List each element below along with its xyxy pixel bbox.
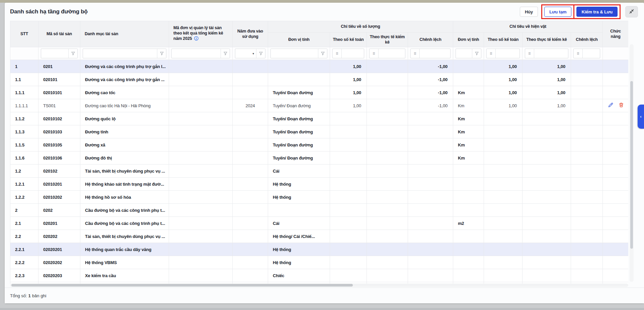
header-group-quantity: Chỉ tiêu về số lượng: [268, 21, 453, 33]
table-row[interactable]: 1.1.102010101Đường cao tốcTuyến/ Đoạn đư…: [10, 86, 629, 99]
table-row[interactable]: 1.1.502010105Đường xãTuyến/ Đoạn đườngKm: [10, 138, 629, 151]
cell-qty_unit: Cái: [268, 165, 330, 178]
funnel-icon[interactable]: [68, 49, 77, 58]
cell-mgmt_unit_code: [169, 165, 233, 178]
cell-year_in_use: [233, 191, 268, 204]
chevron-down-icon: ▾: [252, 52, 254, 55]
asset-code-filter-input[interactable]: [41, 49, 68, 58]
cell-asset_code: 020101: [38, 73, 80, 86]
phys-accounting-filter-input[interactable]: [496, 49, 519, 58]
qty-accounting-filter-input[interactable]: [342, 49, 364, 58]
table-row[interactable]: 1.2020102Tài sản, thiết bị chuyên dùng p…: [10, 165, 629, 178]
cell-asset_category: Đường tỉnh: [80, 125, 169, 138]
header-qty-difference: Chênh lệch: [408, 33, 453, 47]
header-phys-difference: Chênh lệch: [571, 33, 603, 47]
vertical-scrollbar[interactable]: [630, 44, 634, 282]
cell-actions: [603, 243, 628, 256]
table-row[interactable]: 1.2.102010201Hệ thống khảo sát tình trạn…: [10, 178, 629, 191]
qty-inventory-filter-input[interactable]: [379, 49, 405, 58]
table-row[interactable]: 1.1.202010102Đường quốc lộTuyến/ Đoạn đư…: [10, 112, 629, 125]
cell-stt: 1.1.3: [10, 125, 38, 138]
cell-qty_unit: Tuyến/ Đoạn đường: [268, 151, 330, 165]
cell-year_in_use: [233, 125, 268, 138]
cell-qty_difference: [408, 230, 453, 243]
phys-inventory-filter-input[interactable]: [534, 49, 568, 58]
side-panel-toggle-tab[interactable]: ‹: [638, 105, 644, 129]
cell-year_in_use: [233, 243, 268, 256]
equals-operator[interactable]: =: [370, 49, 379, 58]
cell-phys_difference: [571, 138, 603, 151]
cell-actions: [603, 178, 628, 191]
delete-row-button[interactable]: [619, 102, 624, 109]
qty-unit-filter-input[interactable]: [271, 49, 318, 58]
year-filter-dropdown[interactable]: ▾: [235, 49, 256, 58]
cell-phys_by_inventory: [522, 217, 571, 230]
cell-qty_by_inventory: [367, 112, 408, 125]
cell-mgmt_unit_code: [169, 269, 233, 282]
trash-icon: [619, 102, 624, 109]
save-draft-button[interactable]: Lưu tạm: [544, 7, 571, 17]
cell-asset_code: 02010201: [38, 178, 80, 191]
cell-qty_difference: [408, 112, 453, 125]
vertical-scrollbar-thumb[interactable]: [630, 81, 633, 249]
qty-difference-filter-input[interactable]: [420, 49, 450, 58]
table-row[interactable]: 2.2.302020203Xe kiểm tra cầuChiếc: [10, 269, 629, 282]
cell-phys_by_accounting: 1,00: [484, 86, 522, 99]
mgmt-unit-filter-input[interactable]: [172, 49, 221, 58]
check-and-save-button[interactable]: Kiểm tra & Lưu: [576, 7, 618, 17]
edit-row-button[interactable]: [608, 102, 613, 109]
panel-titlebar: Danh sách hạ tầng đường bộ Hủy Lưu tạm K…: [5, 3, 644, 21]
table-row[interactable]: 2.2.202020202Hệ thống VBMSHệ thống: [10, 256, 629, 269]
table-row[interactable]: 20202Cầu đường bộ và các công trình phụ …: [10, 204, 629, 217]
equals-operator[interactable]: =: [574, 49, 583, 58]
equals-operator[interactable]: =: [525, 49, 534, 58]
cell-qty_by_inventory: [367, 99, 408, 112]
table-row[interactable]: 1.1.302010103Đường tỉnhTuyến/ Đoạn đường…: [10, 125, 629, 138]
table-row[interactable]: 1.1.602010106Đường đô thịTuyến/ Đoạn đườ…: [10, 151, 629, 165]
funnel-icon[interactable]: [472, 49, 481, 58]
equals-operator[interactable]: =: [487, 49, 496, 58]
collapse-icon: [629, 8, 635, 15]
cell-phys_by_accounting: [484, 230, 522, 243]
cell-asset_code: 020202: [38, 230, 80, 243]
phys-difference-filter-input[interactable]: [583, 49, 600, 58]
cell-phys_difference: [571, 125, 603, 138]
cell-phys_by_accounting: [484, 243, 522, 256]
cancel-button[interactable]: Hủy: [520, 7, 538, 17]
cell-asset_code: 02020203: [38, 269, 80, 282]
filter-actions-empty: [603, 47, 628, 60]
table-row[interactable]: 1.1.1.1TS001Đường cao tốc Hà Nội - Hải P…: [10, 99, 629, 112]
funnel-icon[interactable]: [221, 49, 230, 58]
table-row[interactable]: 1.1020101Đường và các công trình phụ trợ…: [10, 73, 629, 86]
cell-asset_code: 0202: [38, 204, 80, 217]
table-row[interactable]: 2.1020201Cầu đường bộ và các công trình …: [10, 217, 629, 230]
horizontal-scrollbar[interactable]: [10, 284, 628, 287]
cell-phys_by_accounting: [484, 178, 522, 191]
cell-year_in_use: 2024: [233, 99, 268, 112]
table-row[interactable]: 10201Đường và các công trình phụ trợ gắn…: [10, 60, 629, 73]
cell-phys_difference: [571, 165, 603, 178]
page-title: Danh sách hạ tầng đường bộ: [10, 8, 88, 15]
filter-asset-category: [80, 47, 169, 60]
cell-phys_unit: [453, 165, 484, 178]
cell-mgmt_unit_code: [169, 73, 233, 86]
horizontal-scrollbar-thumb[interactable]: [11, 284, 353, 287]
table-row[interactable]: 2.2.102020201Hệ thống quan trắc cầu dây …: [10, 243, 629, 256]
collapse-panel-button[interactable]: [625, 6, 638, 17]
info-icon[interactable]: [194, 37, 199, 42]
cell-qty_unit: [268, 60, 330, 73]
table-body: 10201Đường và các công trình phụ trợ gắn…: [10, 60, 629, 284]
asset-category-filter-input[interactable]: [83, 49, 157, 58]
cell-phys_by_accounting: [484, 112, 522, 125]
phys-unit-filter-input[interactable]: [456, 49, 472, 58]
equals-operator[interactable]: =: [333, 49, 342, 58]
table-row[interactable]: 2.2020202Tài sản, thiết bị chuyên dùng p…: [10, 230, 629, 243]
cell-year_in_use: [233, 256, 268, 269]
cell-phys_by_inventory: [522, 243, 571, 256]
equals-operator[interactable]: =: [411, 49, 420, 58]
funnel-icon[interactable]: [256, 49, 265, 58]
cell-qty_by_accounting: [330, 165, 367, 178]
funnel-icon[interactable]: [318, 49, 327, 58]
table-row[interactable]: 1.2.202010202Hệ thống hồ sơ số hóaHệ thố…: [10, 191, 629, 204]
funnel-icon[interactable]: [157, 49, 166, 58]
